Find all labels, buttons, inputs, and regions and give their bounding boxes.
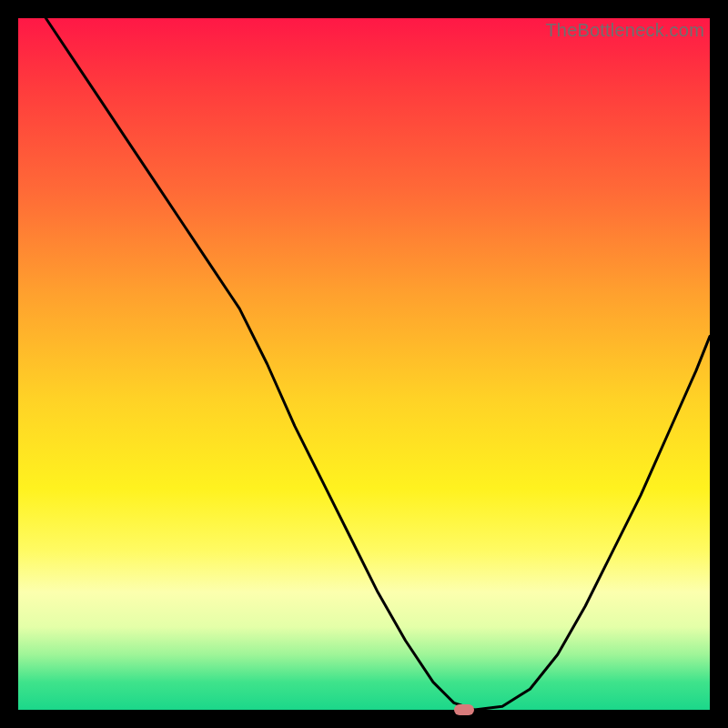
- curve-path: [46, 18, 710, 710]
- plot-area: TheBottleneck.com: [18, 18, 710, 710]
- optimum-marker: [454, 704, 474, 715]
- bottleneck-curve: [18, 18, 710, 710]
- chart-stage: TheBottleneck.com: [0, 0, 728, 728]
